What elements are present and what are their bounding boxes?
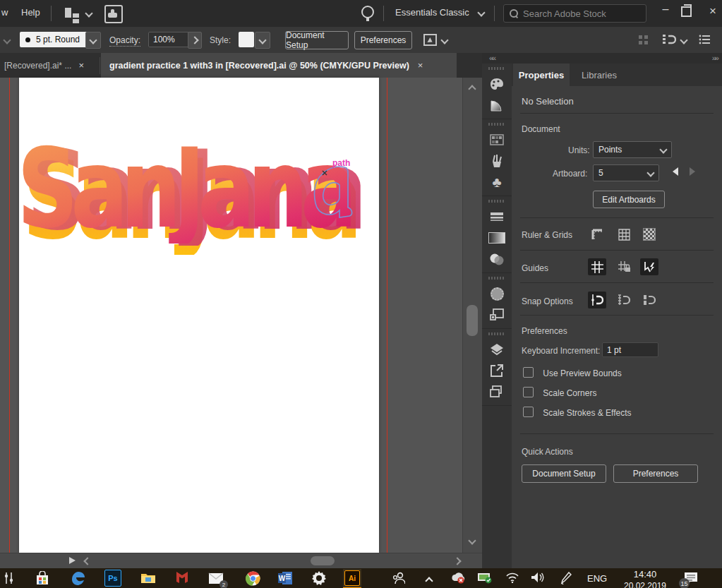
minimize-button[interactable]: – (655, 3, 676, 21)
workspace-layout-icon[interactable] (65, 8, 85, 20)
edge-browser-icon[interactable] (69, 570, 86, 587)
hscroll-thumb[interactable] (311, 556, 335, 565)
hscroll-right-icon[interactable] (453, 557, 461, 565)
onedrive-error-icon[interactable] (450, 572, 466, 584)
close-button[interactable]: × (704, 4, 721, 21)
tab-gradient-practice[interactable]: gradient practice 1 with3 in [Recovered]… (101, 53, 457, 78)
mail-icon[interactable]: 2 (207, 570, 224, 587)
menu-help[interactable]: Help (21, 7, 40, 18)
grid-toggle-icon[interactable] (615, 226, 633, 243)
opacity-expand-button[interactable] (188, 32, 202, 49)
transparency-panel-icon[interactable] (482, 248, 512, 270)
brush-chevron-button[interactable] (85, 32, 101, 49)
snap-to-grid-toggle-icon[interactable] (615, 292, 633, 308)
dock-drag-handle[interactable] (488, 123, 505, 126)
layers-panel-icon[interactable] (482, 339, 512, 360)
artboards-panel-icon[interactable] (482, 304, 512, 325)
color-panel-icon[interactable] (482, 73, 512, 95)
qa-document-setup-button[interactable]: Document Setup (522, 464, 606, 483)
tray-expand-chevron-icon[interactable] (425, 577, 433, 584)
preferences-button[interactable]: Preferences (354, 31, 412, 49)
volume-icon[interactable] (531, 572, 545, 583)
touch-bar-icon[interactable] (639, 35, 648, 44)
isolate-chevron-icon[interactable] (440, 36, 448, 44)
dock-drag-handle[interactable] (488, 200, 505, 203)
restore-button[interactable] (681, 6, 692, 17)
keyboard-increment-input[interactable]: 1 pt (602, 342, 658, 357)
workspace-chevron-icon[interactable] (477, 8, 485, 16)
artboard-nav-play-icon[interactable] (69, 557, 76, 564)
canvas-vscrollbar[interactable] (462, 78, 483, 553)
dock-drag-handle[interactable] (488, 277, 505, 280)
collapsed-chevron-icon[interactable] (3, 36, 11, 44)
photoshop-icon[interactable]: Ps (104, 570, 121, 587)
style-swatch[interactable] (239, 32, 254, 47)
settings-gear-icon[interactable] (311, 570, 327, 587)
word-icon[interactable]: W (277, 570, 294, 587)
asset-export-panel-icon[interactable] (482, 381, 512, 402)
export-panel-icon[interactable] (482, 360, 512, 381)
scale-strokes-checkbox[interactable] (523, 407, 534, 417)
arrange-documents-icon[interactable] (662, 34, 676, 45)
clock[interactable]: 14:40 20.02.2019 (620, 569, 670, 588)
panel-menu-icon[interactable] (699, 35, 710, 44)
units-select[interactable]: Points (593, 141, 672, 158)
snap-to-pixel-toggle-icon[interactable] (640, 292, 658, 308)
tab-recovered[interactable]: [Recovered].ai* ... × (0, 53, 103, 78)
smart-guides-toggle-icon[interactable] (640, 258, 658, 275)
peek-settings-icon[interactable] (1, 570, 18, 587)
style-chevron-button[interactable] (255, 32, 270, 49)
collapse-panels-icon[interactable]: «« (489, 54, 495, 62)
symbols-panel-icon[interactable]: ♣ (482, 172, 512, 193)
scale-corners-checkbox[interactable] (523, 387, 534, 397)
search-lightbulb-icon[interactable] (361, 6, 374, 18)
scroll-up-icon[interactable] (468, 85, 476, 92)
appearance-panel-icon[interactable] (482, 283, 512, 304)
tab-gradient-close-icon[interactable]: × (418, 60, 423, 71)
arrange-chevron-icon[interactable] (680, 36, 687, 44)
dock-drag-handle[interactable] (488, 332, 505, 335)
tab-libraries[interactable]: Libraries (574, 64, 625, 86)
snap-to-point-toggle-icon[interactable] (588, 292, 606, 308)
file-explorer-icon[interactable] (140, 570, 157, 587)
hscroll-left-icon[interactable] (83, 557, 91, 565)
show-guides-toggle-icon[interactable] (588, 258, 606, 275)
display-cast-icon[interactable] (477, 572, 493, 584)
tab-properties[interactable]: Properties (513, 64, 570, 86)
illustrator-icon-active[interactable]: Ai (343, 569, 361, 588)
workspace-layout-chevron-icon[interactable] (85, 9, 92, 17)
gradient-panel-icon[interactable] (482, 227, 512, 248)
wifi-icon[interactable] (505, 572, 519, 583)
scroll-down-icon[interactable] (468, 536, 476, 544)
rulers-toggle-icon[interactable] (588, 226, 606, 243)
vscroll-thumb[interactable] (467, 305, 478, 336)
brush-definition-select[interactable]: 5 pt. Round (20, 32, 96, 47)
language-indicator[interactable]: ENG (587, 573, 607, 584)
canvas-hscrollbar[interactable] (0, 553, 482, 569)
microsoft-store-icon[interactable] (34, 570, 51, 587)
adobe-stock-search-input[interactable]: Search Adobe Stock (503, 4, 646, 23)
edit-artboards-button[interactable]: Edit Artboards (593, 191, 665, 208)
artboard-prev-icon[interactable] (673, 167, 678, 176)
action-center-icon[interactable]: 15 (683, 572, 699, 586)
artboard-select[interactable]: 5 (593, 164, 659, 181)
artboard-next-icon[interactable] (690, 167, 695, 176)
chrome-icon[interactable] (244, 570, 261, 587)
dock-drag-handle[interactable] (488, 67, 505, 70)
word-art-sanjana[interactable]: SanJana SanJana SanJana (17, 134, 325, 261)
stroke-panel-icon[interactable] (482, 206, 512, 227)
use-preview-bounds-checkbox[interactable] (523, 367, 534, 378)
gradient-tool-icon[interactable] (482, 95, 512, 116)
menu-window-partial[interactable]: w (1, 7, 8, 18)
workspace-switcher[interactable]: Essentials Classic (395, 7, 469, 18)
expand-panels-icon[interactable]: »» (712, 54, 718, 62)
qa-preferences-button[interactable]: Preferences (613, 464, 698, 483)
opacity-label[interactable]: Opacity: (109, 35, 140, 47)
brushes-panel-icon[interactable] (482, 150, 512, 172)
tab-recovered-close-icon[interactable]: × (78, 60, 84, 71)
touch-workspace-icon[interactable] (104, 5, 123, 23)
people-icon[interactable] (392, 572, 405, 584)
isolate-mode-icon[interactable] (423, 34, 437, 46)
pixel-grid-toggle-icon[interactable] (640, 226, 658, 243)
mcafee-icon[interactable] (174, 570, 191, 587)
